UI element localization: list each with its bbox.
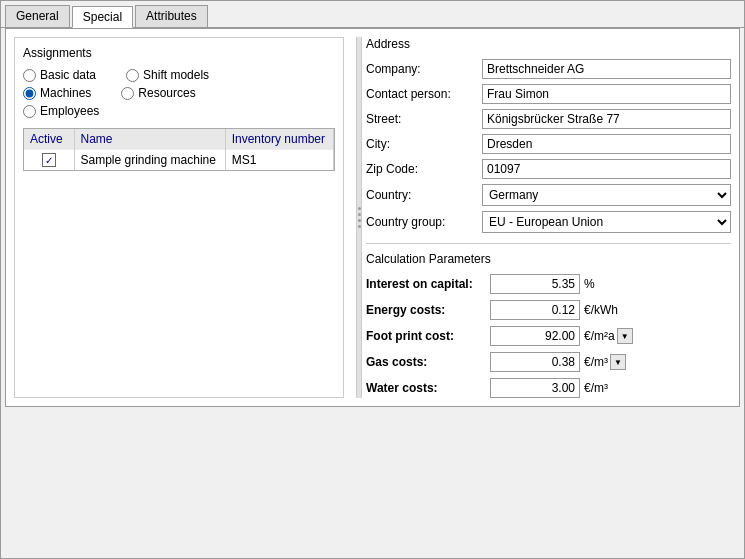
tab-special[interactable]: Special	[72, 6, 133, 28]
street-input[interactable]	[482, 109, 731, 129]
col-inventory: Inventory number	[225, 129, 333, 150]
gas-label: Gas costs:	[366, 355, 486, 369]
city-label: City:	[366, 137, 476, 151]
cell-inventory: MS1	[225, 150, 333, 171]
radio-basic-data-label: Basic data	[40, 68, 96, 82]
tab-bar: General Special Attributes	[1, 1, 744, 28]
checkmark-icon: ✓	[42, 153, 56, 167]
interest-unit: %	[584, 277, 731, 291]
radio-basic-data-input[interactable]	[23, 69, 36, 82]
table-header-row: Active Name Inventory number	[24, 129, 334, 150]
calc-title: Calculation Parameters	[366, 252, 731, 266]
right-panel: Address Company: Contact person: Street:…	[366, 37, 731, 398]
radio-employees-label: Employees	[40, 104, 99, 118]
footprint-dropdown-arrow[interactable]: ▼	[617, 328, 633, 344]
footprint-input[interactable]	[490, 326, 580, 346]
footprint-label: Foot print cost:	[366, 329, 486, 343]
gas-dropdown-arrow[interactable]: ▼	[610, 354, 626, 370]
radio-resources-label: Resources	[138, 86, 195, 100]
interest-input[interactable]	[490, 274, 580, 294]
gas-unit: €/m³ ▼	[584, 354, 731, 370]
assignments-table-container: Active Name Inventory number ✓	[23, 128, 335, 171]
calc-params-grid: Interest on capital: % Energy costs: €/k…	[366, 274, 731, 398]
main-window: General Special Attributes Assignments B…	[0, 0, 745, 559]
radio-shift-models-label: Shift models	[143, 68, 209, 82]
assignments-table: Active Name Inventory number ✓	[24, 129, 334, 170]
address-title: Address	[366, 37, 731, 51]
radio-basic-data[interactable]: Basic data	[23, 68, 96, 82]
radio-machines-label: Machines	[40, 86, 91, 100]
assignments-title: Assignments	[23, 46, 335, 60]
section-divider	[366, 243, 731, 244]
water-unit: €/m³	[584, 381, 731, 395]
country-select[interactable]: Germany	[482, 184, 731, 206]
street-label: Street:	[366, 112, 476, 126]
main-content: Assignments Basic data Shift models	[5, 28, 740, 407]
splitter-handle	[358, 207, 361, 228]
col-name: Name	[74, 129, 225, 150]
footprint-unit: €/m²a ▼	[584, 328, 731, 344]
radio-resources-input[interactable]	[121, 87, 134, 100]
country-group-select[interactable]: EU - European Union	[482, 211, 731, 233]
zip-label: Zip Code:	[366, 162, 476, 176]
assignment-radio-group: Basic data Shift models Machines Resourc…	[23, 68, 335, 118]
radio-machines-input[interactable]	[23, 87, 36, 100]
radio-shift-models[interactable]: Shift models	[126, 68, 209, 82]
active-checkbox[interactable]: ✓	[30, 153, 68, 167]
tab-general[interactable]: General	[5, 5, 70, 27]
tab-attributes[interactable]: Attributes	[135, 5, 208, 27]
energy-unit: €/kWh	[584, 303, 731, 317]
radio-resources[interactable]: Resources	[121, 86, 195, 100]
cell-active: ✓	[24, 150, 74, 171]
company-input[interactable]	[482, 59, 731, 79]
water-input[interactable]	[490, 378, 580, 398]
cell-name: Sample grinding machine	[74, 150, 225, 171]
zip-input[interactable]	[482, 159, 731, 179]
radio-shift-models-input[interactable]	[126, 69, 139, 82]
interest-label: Interest on capital:	[366, 277, 486, 291]
radio-employees[interactable]: Employees	[23, 104, 99, 118]
table-row[interactable]: ✓ Sample grinding machine MS1	[24, 150, 334, 171]
company-label: Company:	[366, 62, 476, 76]
assignments-panel: Assignments Basic data Shift models	[14, 37, 344, 398]
water-label: Water costs:	[366, 381, 486, 395]
contact-input[interactable]	[482, 84, 731, 104]
radio-machines[interactable]: Machines	[23, 86, 91, 100]
country-label: Country:	[366, 188, 476, 202]
country-group-label: Country group:	[366, 215, 476, 229]
radio-row-3: Employees	[23, 104, 335, 118]
energy-label: Energy costs:	[366, 303, 486, 317]
gas-input[interactable]	[490, 352, 580, 372]
city-input[interactable]	[482, 134, 731, 154]
radio-employees-input[interactable]	[23, 105, 36, 118]
address-form: Company: Contact person: Street: City: Z…	[366, 59, 731, 233]
calculation-section: Calculation Parameters Interest on capit…	[366, 252, 731, 398]
radio-row-2: Machines Resources	[23, 86, 335, 100]
contact-label: Contact person:	[366, 87, 476, 101]
energy-input[interactable]	[490, 300, 580, 320]
radio-row-1: Basic data Shift models	[23, 68, 335, 82]
col-active: Active	[24, 129, 74, 150]
panel-splitter[interactable]	[356, 37, 362, 398]
